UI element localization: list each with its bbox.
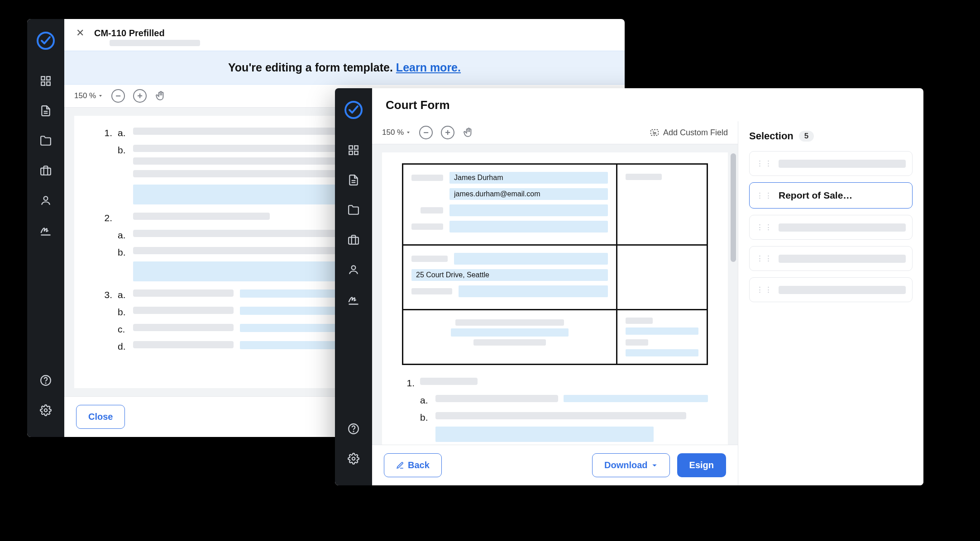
blank-field-1[interactable]: [449, 204, 608, 216]
document-title: CM-110 Prefilled: [94, 28, 165, 38]
list-sub: a.: [118, 230, 128, 241]
app-logo[interactable]: [36, 31, 56, 51]
signature-icon[interactable]: [38, 223, 53, 237]
blank-field-3[interactable]: [454, 253, 608, 265]
pan-hand-icon[interactable]: [463, 127, 474, 138]
subtitle-placeholder: [110, 40, 200, 46]
zoom-dropdown[interactable]: 150 %: [382, 128, 411, 137]
list-number: 2.: [100, 213, 112, 223]
svg-rect-3: [41, 82, 45, 85]
list-sub: b.: [420, 412, 430, 442]
blank-field-2[interactable]: [449, 221, 608, 233]
svg-rect-7: [41, 168, 51, 175]
dashboard-icon[interactable]: [38, 74, 53, 88]
list-sub: b.: [118, 145, 128, 204]
list-sub: b.: [118, 247, 128, 281]
folder-icon[interactable]: [346, 203, 361, 217]
selection-item[interactable]: ⋮⋮: [749, 151, 913, 176]
svg-point-11: [45, 383, 46, 383]
download-button-label: Download: [604, 460, 648, 470]
selection-item[interactable]: ⋮⋮: [749, 277, 913, 302]
list-number: 1.: [100, 128, 112, 138]
drag-grip-icon[interactable]: ⋮⋮: [756, 254, 773, 263]
svg-rect-20: [349, 237, 359, 244]
drag-grip-icon[interactable]: ⋮⋮: [756, 159, 773, 168]
email-field[interactable]: [449, 188, 608, 200]
close-button[interactable]: Close: [76, 405, 125, 429]
folder-icon[interactable]: [38, 133, 53, 148]
doc-toolbar: 150 % − + Add Custom Field: [372, 121, 738, 144]
svg-rect-1: [41, 76, 45, 80]
svg-rect-15: [354, 146, 358, 149]
svg-point-12: [44, 409, 48, 412]
svg-rect-16: [349, 151, 353, 155]
pan-hand-icon[interactable]: [155, 90, 167, 102]
placeholder: [779, 223, 906, 232]
document-viewport[interactable]: 1. a. b.: [372, 144, 738, 445]
user-icon[interactable]: [346, 262, 361, 277]
scrollbar-thumb[interactable]: [731, 153, 736, 262]
settings-icon[interactable]: [38, 403, 53, 418]
dashboard-icon[interactable]: [346, 143, 361, 157]
add-custom-field-button[interactable]: Add Custom Field: [650, 128, 728, 138]
signature-icon[interactable]: [346, 292, 361, 307]
zoom-out-button[interactable]: −: [111, 89, 125, 103]
form-header-table: [402, 163, 708, 365]
app-logo[interactable]: [344, 100, 363, 120]
svg-rect-4: [47, 82, 50, 85]
drag-grip-icon[interactable]: ⋮⋮: [756, 223, 773, 232]
placeholder: [779, 160, 906, 168]
selection-title: Selection: [749, 130, 794, 142]
address-field[interactable]: [411, 269, 608, 281]
zoom-out-button[interactable]: −: [419, 126, 433, 139]
list-sub: b.: [118, 307, 128, 318]
list-sub: a.: [420, 395, 430, 406]
selection-item-label: Report of Sale…: [779, 190, 852, 201]
zoom-value: 150 %: [74, 91, 96, 100]
court-form-content: Court Form 150 % − + Add Custom Field: [372, 88, 923, 485]
list-sub: d.: [118, 341, 128, 352]
esign-button[interactable]: Esign: [677, 453, 726, 477]
selection-item[interactable]: ⋮⋮: [749, 215, 913, 240]
selection-item[interactable]: ⋮⋮: [749, 246, 913, 271]
selection-item-active[interactable]: ⋮⋮Report of Sale…: [749, 182, 913, 209]
title-bar: Court Form: [372, 88, 923, 121]
back-button[interactable]: Back: [384, 453, 442, 477]
selection-panel: Selection 5 ⋮⋮ ⋮⋮Report of Sale… ⋮⋮ ⋮⋮ ⋮…: [738, 121, 923, 485]
title-bar: ✕ CM-110 Prefilled: [64, 19, 625, 43]
drag-grip-icon[interactable]: ⋮⋮: [756, 285, 773, 294]
svg-rect-14: [349, 146, 353, 149]
list-sub: a.: [118, 128, 128, 138]
help-icon[interactable]: [346, 422, 361, 436]
footer: Back Download Esign: [372, 445, 738, 485]
page-title: Court Form: [386, 98, 450, 112]
court-form-window: Court Form 150 % − + Add Custom Field: [335, 88, 923, 485]
zoom-in-button[interactable]: +: [133, 89, 147, 103]
close-icon[interactable]: ✕: [76, 27, 84, 39]
back-button-label: Back: [408, 460, 430, 470]
drag-grip-icon[interactable]: ⋮⋮: [756, 191, 773, 200]
download-button[interactable]: Download: [592, 453, 670, 477]
settings-icon[interactable]: [346, 451, 361, 466]
banner-text: You're editing a form template.: [228, 61, 396, 74]
user-icon[interactable]: [38, 193, 53, 208]
svg-rect-17: [354, 151, 358, 155]
sidebar: [335, 88, 372, 485]
list-sub: a.: [118, 289, 128, 300]
zoom-in-button[interactable]: +: [441, 126, 454, 139]
help-icon[interactable]: [38, 373, 53, 388]
name-field[interactable]: [449, 172, 608, 184]
learn-more-link[interactable]: Learn more.: [396, 61, 461, 74]
add-custom-field-label: Add Custom Field: [663, 128, 728, 138]
blank-field-4[interactable]: [459, 285, 608, 297]
selection-count-badge: 5: [799, 131, 814, 142]
document-icon[interactable]: [38, 104, 53, 118]
list-number: 1.: [402, 378, 415, 389]
briefcase-icon[interactable]: [38, 163, 53, 178]
chevron-down-icon: [651, 462, 658, 469]
zoom-dropdown[interactable]: 150 %: [74, 91, 103, 100]
document-icon[interactable]: [346, 173, 361, 187]
svg-point-21: [352, 266, 356, 270]
document-page: 1. a. b.: [382, 152, 728, 445]
briefcase-icon[interactable]: [346, 233, 361, 247]
